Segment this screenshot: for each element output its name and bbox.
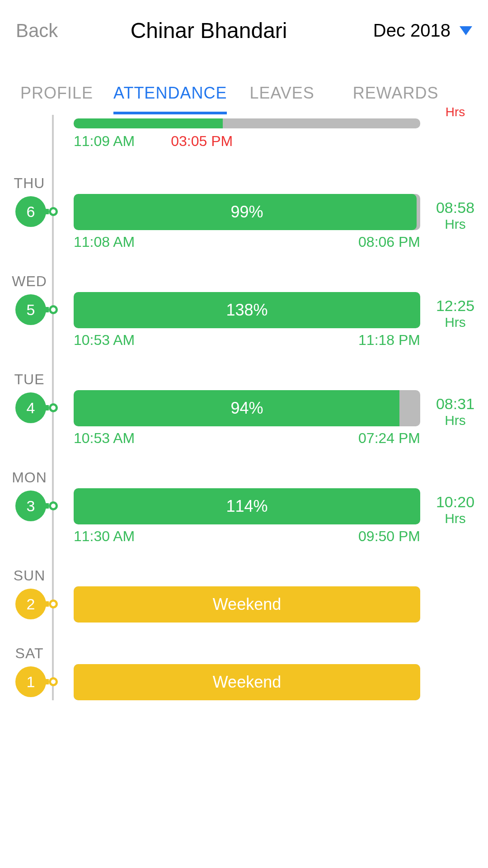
list-item[interactable]: TUE 4 94% 10:53 AM 07:24 PM 08:31 Hrs: [0, 371, 488, 447]
weekend-label: Weekend: [74, 595, 420, 614]
month-label: Dec 2018: [373, 20, 450, 41]
time-out: 11:18 PM: [358, 332, 420, 349]
day-badge: 4: [15, 392, 46, 423]
time-in: 11:08 AM: [74, 234, 135, 250]
list-item[interactable]: THU 6 99% 11:08 AM 08:06 PM 08:58 Hrs: [0, 175, 488, 250]
hours-value: 08:58: [432, 199, 479, 217]
list-item[interactable]: WED 5 138% 10:53 AM 11:18 PM 12:25 Hrs: [0, 273, 488, 349]
day-badge: 6: [15, 196, 46, 227]
hours-value: 12:25: [432, 297, 479, 315]
progress-bar: [74, 118, 420, 128]
time-in: 11:30 AM: [74, 528, 135, 545]
weekend-label: Weekend: [74, 673, 420, 692]
hours-label: Hrs: [432, 105, 479, 119]
time-in: 10:53 AM: [74, 430, 135, 447]
hours-value: 10:20: [432, 493, 479, 511]
progress-bar: 99%: [74, 194, 420, 230]
tab-profile[interactable]: PROFILE: [20, 75, 93, 114]
attendance-list: 11:09 AM 03:05 PM Hrs THU 6 99% 11:0: [0, 115, 488, 700]
hours-label: Hrs: [432, 315, 479, 330]
percent-label: 138%: [74, 301, 420, 320]
month-selector[interactable]: Dec 2018: [373, 20, 472, 41]
progress-bar: 94%: [74, 390, 420, 426]
progress-bar: 138%: [74, 292, 420, 328]
percent-label: 114%: [74, 497, 420, 516]
time-in: 10:53 AM: [74, 332, 135, 349]
day-badge: 3: [15, 491, 46, 521]
weekend-bar: Weekend: [74, 664, 420, 700]
hours-label: Hrs: [432, 511, 479, 526]
day-label: THU: [0, 175, 59, 192]
time-in: 11:09 AM: [74, 133, 135, 150]
time-out: 03:05 PM: [171, 133, 233, 150]
page-title: Chinar Bhandari: [44, 18, 373, 43]
list-item[interactable]: SAT 1 Weekend: [0, 645, 488, 700]
list-item[interactable]: 11:09 AM 03:05 PM Hrs: [0, 118, 488, 152]
list-item[interactable]: SUN 2 Weekend: [0, 567, 488, 623]
tab-attendance[interactable]: ATTENDANCE: [113, 75, 227, 114]
hours-label: Hrs: [432, 217, 479, 232]
day-badge: 5: [15, 294, 46, 325]
tab-leaves[interactable]: LEAVES: [249, 75, 314, 114]
weekend-bar: Weekend: [74, 586, 420, 623]
day-label: MON: [0, 469, 59, 486]
time-out: 08:06 PM: [358, 234, 420, 250]
chevron-down-icon: [460, 26, 472, 35]
hours-value: 08:31: [432, 395, 479, 413]
day-badge: 1: [15, 666, 46, 697]
list-item[interactable]: MON 3 114% 11:30 AM 09:50 PM 10:20 Hrs: [0, 469, 488, 545]
percent-label: 99%: [74, 203, 420, 222]
day-label: TUE: [0, 371, 59, 388]
day-label: SAT: [0, 645, 59, 662]
day-label: SUN: [0, 567, 59, 584]
hours-label: Hrs: [432, 413, 479, 428]
day-label: WED: [0, 273, 59, 290]
tab-rewards[interactable]: REWARDS: [353, 75, 439, 114]
percent-label: 94%: [74, 399, 420, 418]
time-out: 07:24 PM: [358, 430, 420, 447]
progress-bar: 114%: [74, 488, 420, 524]
time-out: 09:50 PM: [358, 528, 420, 545]
day-badge: 2: [15, 589, 46, 619]
tab-bar: PROFILE ATTENDANCE LEAVES REWARDS: [0, 75, 488, 115]
